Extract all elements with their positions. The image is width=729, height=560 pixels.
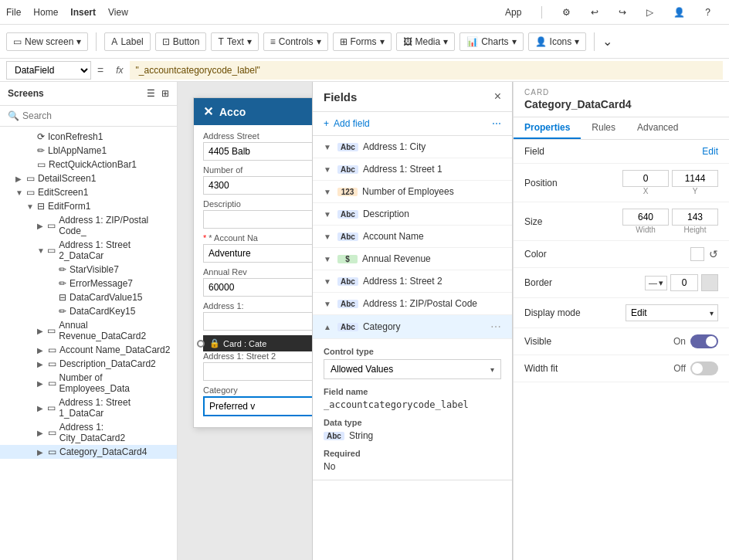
field-item-annual-revenue[interactable]: ▼ $ Annual Revenue — [313, 248, 512, 270]
tree-item-lblappname1[interactable]: ✏ LblAppName1 — [0, 144, 177, 158]
tab-rules[interactable]: Rules — [581, 117, 626, 139]
props-tabs: Properties Rules Advanced — [514, 117, 729, 140]
icon-play[interactable]: ▷ — [646, 7, 653, 18]
sidebar-search: 🔍 — [0, 106, 177, 127]
field-item-zip[interactable]: ▼ Abc Address 1: ZIP/Postal Code — [313, 293, 512, 315]
form-field-annual-revenue: Annual Rev — [203, 267, 312, 297]
tree-item-detailscreen1[interactable]: ▶ ▭ DetailScreen1 — [0, 171, 177, 185]
form-input-description[interactable] — [203, 210, 312, 229]
tree-item-city[interactable]: ▶ ▭ Address 1: City_DataCard2 — [0, 420, 177, 445]
visible-state-label: On — [673, 336, 686, 347]
field-item-category[interactable]: ▲ Abc Category ⋯ — [313, 315, 512, 339]
tree-item-address-zip[interactable]: ▶ ▭ Address 1: ZIP/Postal Code_ — [0, 213, 177, 238]
text-button[interactable]: T Text ▾ — [211, 32, 258, 51]
form-close-button[interactable]: ✕ — [203, 104, 213, 119]
menu-view[interactable]: View — [108, 7, 128, 18]
icon-redo[interactable]: ↪ — [619, 7, 626, 18]
fields-panel-close-button[interactable]: × — [494, 90, 501, 104]
tree-item-account-name[interactable]: ▶ ▭ Account Name_DataCard2 — [0, 343, 177, 357]
width-fit-toggle[interactable] — [690, 361, 718, 375]
field-name-category: Category — [363, 321, 486, 332]
icon-user[interactable]: 👤 — [673, 7, 685, 18]
field-item-street2[interactable]: ▼ Abc Address 1: Street 2 — [313, 270, 512, 293]
color-picker[interactable] — [690, 247, 704, 261]
forms-button[interactable]: ⊞ Forms ▾ — [333, 32, 392, 51]
form-input-annual[interactable] — [203, 278, 312, 297]
field-item-employees[interactable]: ▼ 123 Number of Employees — [313, 181, 512, 203]
form-title: Acco — [219, 106, 246, 118]
border-color-picker[interactable] — [701, 274, 718, 291]
field-more-category[interactable]: ⋯ — [490, 321, 501, 333]
form-input-category[interactable] — [203, 396, 312, 416]
border-style-select[interactable]: — ▾ — [645, 276, 667, 290]
field-name-value: _accountcategorycode_label — [324, 399, 501, 410]
tree-item-annual-revenue[interactable]: ▶ ▭ Annual Revenue_DataCard2 — [0, 318, 177, 343]
tree-item-editscreen1[interactable]: ▼ ▭ EditScreen1 — [0, 185, 177, 199]
color-refresh-icon[interactable]: ↺ — [709, 248, 718, 260]
search-input[interactable] — [22, 110, 169, 121]
tree-item-iconrefresh1[interactable]: ⟳ IconRefresh1 — [0, 130, 177, 144]
sidebar-list-icon[interactable]: ☰ — [147, 88, 155, 99]
color-label: Color — [524, 249, 690, 260]
form-input-address[interactable] — [203, 142, 312, 161]
form-field-address-label: Address Street — [203, 131, 312, 141]
field-edit-link[interactable]: Edit — [702, 146, 718, 157]
visible-toggle[interactable] — [690, 334, 718, 348]
tab-advanced[interactable]: Advanced — [626, 117, 689, 139]
field-item-description[interactable]: ▼ Abc Description — [313, 203, 512, 226]
tree-item-num-employees[interactable]: ▶ ▭ Number of Employees_Data — [0, 371, 177, 395]
tree-item-datacardvalue15[interactable]: ⊟ DataCardValue15 — [0, 290, 177, 304]
form-input-addr2[interactable] — [203, 362, 312, 381]
menu-insert[interactable]: Insert — [70, 7, 96, 18]
controls-button[interactable]: ≡ Controls ▾ — [263, 32, 328, 51]
tree-label-city: Address 1: City_DataCard2 — [59, 422, 171, 443]
menu-home[interactable]: Home — [33, 7, 58, 18]
form-input-employees[interactable] — [203, 176, 312, 195]
formula-input[interactable] — [130, 61, 723, 80]
fields-add-button[interactable]: + Add field ⋯ — [313, 112, 512, 136]
icons-button[interactable]: 👤 Icons ▾ — [528, 32, 587, 51]
tree-item-starvisible7[interactable]: ✏ StarVisible7 — [0, 263, 177, 277]
field-item-street1[interactable]: ▼ Abc Address 1: Street 1 — [313, 158, 512, 181]
icon-help[interactable]: ? — [705, 7, 710, 18]
charts-button[interactable]: 📊 Charts ▾ — [459, 32, 523, 51]
form-preview: ✕ Acco Address Street Number of Descript… — [193, 97, 312, 428]
tree-item-datacardkey15[interactable]: ✏ DataCardKey15 — [0, 304, 177, 318]
new-screen-button[interactable]: ▭ New screen ▾ — [6, 32, 88, 51]
tree-item-description[interactable]: ▶ ▭ Description_DataCard2 — [0, 357, 177, 371]
formula-selector[interactable]: DataField — [6, 61, 91, 80]
form-input-addr1[interactable] — [203, 312, 312, 331]
tree-item-street1[interactable]: ▶ ▭ Address 1: Street 1_DataCar — [0, 395, 177, 420]
tree-item-errormsg7[interactable]: ✏ ErrorMessage7 — [0, 277, 177, 290]
icon-undo[interactable]: ↩ — [591, 7, 598, 18]
tab-properties[interactable]: Properties — [514, 117, 581, 139]
tree-item-street2[interactable]: ▼ ▭ Address 1: Street 2_DataCar — [0, 238, 177, 263]
tree-item-rectquick[interactable]: ▭ RectQuickActionBar1 — [0, 158, 177, 171]
menu-file[interactable]: File — [6, 7, 21, 18]
toolbar-more-button[interactable]: ⌄ — [602, 34, 612, 49]
tree-arrow-annual: ▶ — [37, 327, 46, 335]
media-button[interactable]: 🖼 Media ▾ — [396, 32, 456, 51]
sidebar-grid-icon[interactable]: ⊞ — [161, 88, 169, 99]
position-y-input[interactable] — [672, 170, 718, 187]
card-handle-left — [197, 340, 205, 348]
field-item-city[interactable]: ▼ Abc Address 1: City — [313, 136, 512, 158]
data-type-label: Data type — [324, 418, 501, 427]
size-width-input[interactable] — [622, 209, 669, 226]
control-type-select[interactable]: Allowed Values — [324, 360, 500, 378]
tree-item-category-datacard4[interactable]: ▶ ▭ Category_DataCard4 — [0, 445, 177, 459]
position-x-input[interactable] — [622, 170, 669, 187]
border-width-input[interactable] — [670, 274, 698, 291]
button-button[interactable]: ⊡ Button — [155, 32, 207, 51]
form-field-address: Address Street — [203, 131, 312, 161]
form-input-accountname[interactable] — [203, 244, 312, 263]
size-height-input[interactable] — [672, 209, 718, 226]
field-badge-account-name: Abc — [337, 232, 358, 241]
tree-icon-account: ▭ — [48, 344, 56, 355]
field-item-account-name[interactable]: ▼ Abc Account Name — [313, 226, 512, 248]
label-button[interactable]: A Label — [104, 32, 150, 51]
tree-item-editform1[interactable]: ▼ ⊟ EditForm1 — [0, 199, 177, 213]
icon-settings[interactable]: ⚙ — [562, 7, 571, 18]
required-value: No — [324, 461, 501, 472]
display-mode-select[interactable]: Edit — [626, 304, 718, 321]
